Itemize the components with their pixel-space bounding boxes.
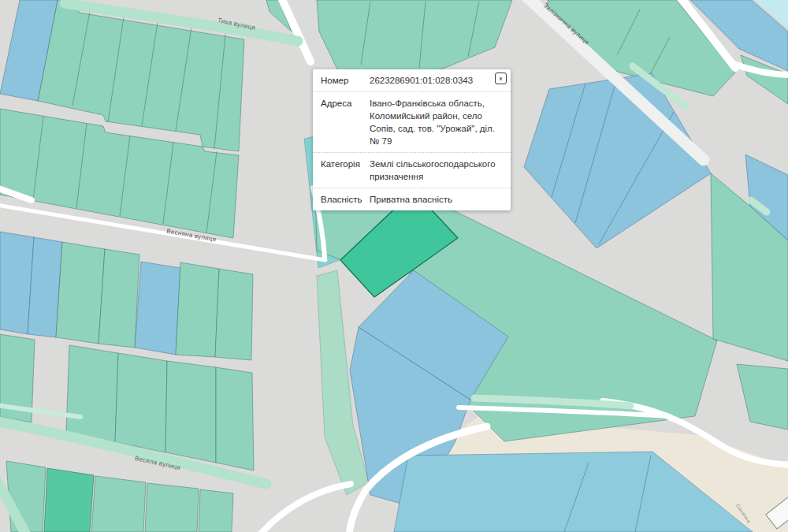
field-label: Категорія [321, 158, 370, 183]
parcel[interactable] [317, 0, 512, 73]
parcel-ownership: Приватна власність [370, 193, 503, 206]
parcel[interactable] [216, 367, 254, 471]
field-label: Власність [321, 193, 370, 206]
parcel[interactable] [91, 476, 146, 532]
parcel-category: Землі сільськогосподарського призначення [370, 158, 503, 183]
parcel-address: Івано-Франківська область, Коломийський … [370, 97, 503, 147]
close-icon[interactable]: × [495, 73, 507, 84]
popup-row-category: Категорія Землі сільськогосподарського п… [313, 153, 511, 188]
parcel[interactable] [56, 242, 105, 344]
parcel[interactable] [215, 269, 253, 360]
parcel[interactable] [145, 483, 199, 532]
parcel[interactable] [98, 249, 139, 348]
parcel-blue[interactable] [524, 73, 711, 248]
parcel[interactable] [44, 468, 94, 532]
parcel[interactable] [176, 262, 219, 357]
parcel-blue[interactable] [135, 262, 180, 355]
road [281, 0, 310, 61]
field-label: Адреса [321, 97, 370, 147]
popup-row-number: Номер 2623286901:01:028:0343 [313, 69, 511, 92]
parcel[interactable] [66, 345, 118, 442]
cadastral-map-page: { "popup": { "close_label": "×", "rows":… [0, 0, 788, 532]
field-label: Номер [321, 74, 370, 87]
parcel-info-popup: Номер 2623286901:01:028:0343 Адреса Іван… [313, 69, 511, 210]
parcel[interactable] [737, 364, 788, 430]
parcel-number: 2623286901:01:028:0343 [370, 74, 503, 87]
popup-row-ownership: Власність Приватна власність [313, 188, 511, 210]
parcel[interactable] [115, 353, 167, 452]
popup-row-address: Адреса Івано-Франківська область, Коломи… [313, 92, 511, 153]
parcel[interactable] [165, 361, 216, 463]
parcel[interactable] [6, 461, 46, 532]
parcel[interactable] [199, 489, 233, 532]
road [260, 484, 351, 532]
